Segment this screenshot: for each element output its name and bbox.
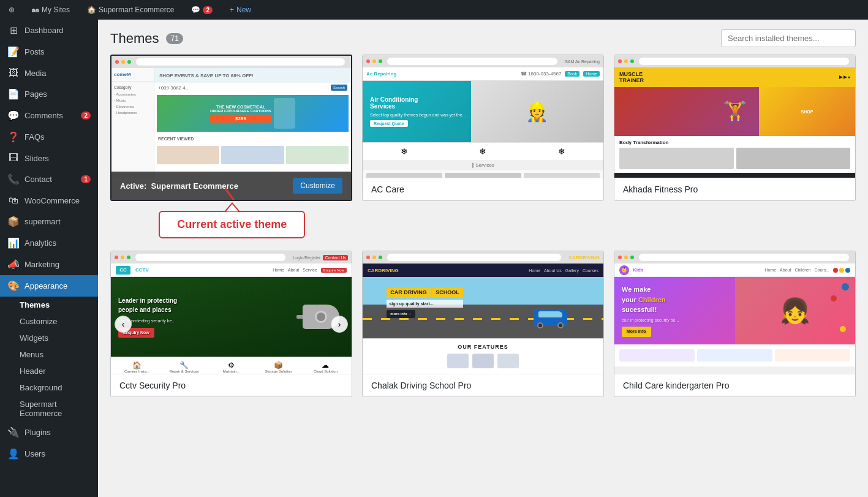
my-sites-item[interactable]: 🏘 My Sites <box>28 0 74 20</box>
dot-yellow <box>372 256 376 259</box>
sidebar-item-faqs[interactable]: ❓ FAQs <box>0 126 98 148</box>
appearance-submenu: Themes Customize Widgets Menus Header Ba… <box>0 297 98 422</box>
sidebar-item-marketing[interactable]: 📣 Marketing <box>0 254 98 275</box>
home-icon: 🏘 <box>32 6 39 14</box>
sidebar-item-comments[interactable]: 💬 Comments 2 <box>0 105 98 126</box>
sidebar-item-products[interactable]: 📦 supermart <box>0 211 98 232</box>
sidebar-label-marketing: Marketing <box>25 260 59 269</box>
search-input[interactable] <box>721 29 856 47</box>
theme-screenshot-supermart: comeM Category - Accessories - Music - E… <box>111 56 351 178</box>
mock-banner: THE NEW COSMETICAL UNDER FAVOURABLE CART… <box>157 95 349 132</box>
contact-badge: 1 <box>81 175 91 183</box>
sidebar-label-products: supermart <box>25 217 61 226</box>
theme-mock-content: comeM Category - Accessories - Music - E… <box>111 68 351 178</box>
theme-screenshot-cctv: Login/Register Contact Us CC C <box>111 251 352 374</box>
callout-container: Current active theme <box>110 211 856 238</box>
customize-button[interactable]: Customize <box>293 178 342 194</box>
theme-screenshot-accare: SAM Ac Repairing Ac Repairing ☎ 1800-033… <box>363 55 603 178</box>
url-bar <box>387 254 561 261</box>
comments-badge: 2 <box>203 6 213 14</box>
plus-icon: + <box>230 6 234 14</box>
submenu-item-widgets[interactable]: Widgets <box>0 330 98 346</box>
url-bar <box>639 254 849 261</box>
submenu-label-background: Background <box>20 383 62 392</box>
sidebar-item-pages[interactable]: 📄 Pages <box>0 83 98 105</box>
wp-logo-item[interactable]: ⊕ <box>5 0 18 20</box>
new-item[interactable]: + New <box>226 0 255 20</box>
comments-item[interactable]: 💬 2 <box>187 0 216 20</box>
theme-card-childcare[interactable]: 👶 Kids Home About Children Cours... <box>614 251 856 397</box>
admin-bar: ⊕ 🏘 My Sites 🏠 Supermart Ecommerce 💬 2 +… <box>0 0 868 20</box>
site-icon: 🏠 <box>87 6 96 14</box>
theme-card-supermart[interactable]: comeM Category - Accessories - Music - E… <box>110 55 352 201</box>
sidebar-item-users[interactable]: 👤 Users <box>0 443 98 465</box>
callout-wrapper: Current active theme <box>159 211 305 238</box>
submenu-item-customize[interactable]: Customize <box>0 313 98 330</box>
sidebar-label-appearance: Appearance <box>25 281 67 290</box>
sidebar-item-contact[interactable]: 📞 Contact 1 <box>0 169 98 190</box>
browser-bar-childcare <box>614 251 855 264</box>
sidebar-label-posts: Posts <box>25 47 45 56</box>
theme-name-akhada: Akhada Fitness Pro <box>614 178 855 200</box>
mock-content-driving: CARDRIVING Home About Us Gallery Courses <box>363 264 603 374</box>
theme-name-childcare: Child Care kindergarten Pro <box>614 374 855 396</box>
themes-row-2: ‹ › Login/Register Contact Us <box>110 251 856 397</box>
sidebar-item-woocommerce[interactable]: 🛍 WooCommerce <box>0 190 98 211</box>
sidebar-item-media[interactable]: 🖼 Media <box>0 63 98 83</box>
theme-card-driving[interactable]: CARDRIVING CARDRIVING Home About Us Gall… <box>362 251 604 397</box>
sidebar-menu: ⊞ Dashboard 📝 Posts 🖼 Media 📄 Pages 💬 Co… <box>0 20 98 465</box>
sidebar-label-comments: Comments <box>25 111 63 120</box>
submenu-label-customize: Customize <box>20 317 57 326</box>
mock-sidebar: comeM Category - Accessories - Music - E… <box>111 68 154 178</box>
dot-green <box>630 59 634 63</box>
sidebar-label-dashboard: Dashboard <box>25 26 64 35</box>
page-title: Themes <box>110 31 159 47</box>
dot-green <box>630 256 634 259</box>
site-name-label: Supermart Ecommerce <box>99 6 174 14</box>
dot-red <box>366 59 370 63</box>
sidebar-item-plugins[interactable]: 🔌 Plugins <box>0 422 98 443</box>
submenu-label-header: Header <box>20 366 46 376</box>
theme-card-akhada[interactable]: MUSCLETRAINER ▶ ▶ ● 🏋 SHOP <box>614 55 856 201</box>
main-layout: ⊞ Dashboard 📝 Posts 🖼 Media 📄 Pages 💬 Co… <box>0 20 868 497</box>
url-bar <box>136 58 345 66</box>
carousel-arrow-right[interactable]: › <box>331 316 348 333</box>
analytics-icon: 📊 <box>7 237 20 249</box>
submenu-item-background[interactable]: Background <box>0 379 98 396</box>
theme-card-accare[interactable]: SAM Ac Repairing Ac Repairing ☎ 1800-033… <box>362 55 604 201</box>
sidebar-item-appearance[interactable]: 🎨 Appearance <box>0 275 98 297</box>
theme-screenshot-childcare: 👶 Kids Home About Children Cours... <box>614 251 855 374</box>
svg-line-0 <box>225 189 244 201</box>
sidebar-item-dashboard[interactable]: ⊞ Dashboard <box>0 20 98 41</box>
dot-green <box>127 60 131 64</box>
contact-icon: 📞 <box>7 173 20 185</box>
users-icon: 👤 <box>7 448 20 460</box>
submenu-item-menus[interactable]: Menus <box>0 346 98 363</box>
sidebar-item-analytics[interactable]: 📊 Analytics <box>0 232 98 254</box>
dot-yellow <box>372 59 376 63</box>
sidebar-item-sliders[interactable]: 🎞 Sliders <box>0 148 98 169</box>
mock-header: SHOP EVENTS & SAVE UP TO 68% OFF! <box>154 68 351 83</box>
submenu-item-header[interactable]: Header <box>0 363 98 379</box>
carousel-arrow-left[interactable]: ‹ <box>115 316 132 333</box>
dot-yellow <box>121 60 125 64</box>
url-bar <box>639 58 849 65</box>
products-icon: 📦 <box>7 216 20 227</box>
theme-screenshot-akhada: MUSCLETRAINER ▶ ▶ ● 🏋 SHOP <box>614 55 855 178</box>
sidebar-label-sliders: Sliders <box>25 154 49 163</box>
theme-screenshot-driving: CARDRIVING CARDRIVING Home About Us Gall… <box>363 251 603 374</box>
sidebar-label-woo: WooCommerce <box>25 196 80 205</box>
wp-icon: ⊕ <box>9 6 15 14</box>
comments-count-badge: 2 <box>81 112 91 120</box>
theme-card-cctv[interactable]: ‹ › Login/Register Contact Us <box>110 251 352 397</box>
comments-icon: 💬 <box>7 110 20 121</box>
media-icon: 🖼 <box>7 67 20 78</box>
plugins-icon: 🔌 <box>7 427 20 438</box>
sidebar-label-contact: Contact <box>25 175 52 184</box>
main-content: Themes 71 <box>98 20 868 497</box>
submenu-item-supermart[interactable]: Supermart Ecommerce <box>0 396 98 422</box>
red-arrow <box>219 186 256 201</box>
site-name-item[interactable]: 🏠 Supermart Ecommerce <box>83 0 178 20</box>
sidebar-item-posts[interactable]: 📝 Posts <box>0 41 98 63</box>
submenu-item-themes[interactable]: Themes <box>0 297 98 313</box>
